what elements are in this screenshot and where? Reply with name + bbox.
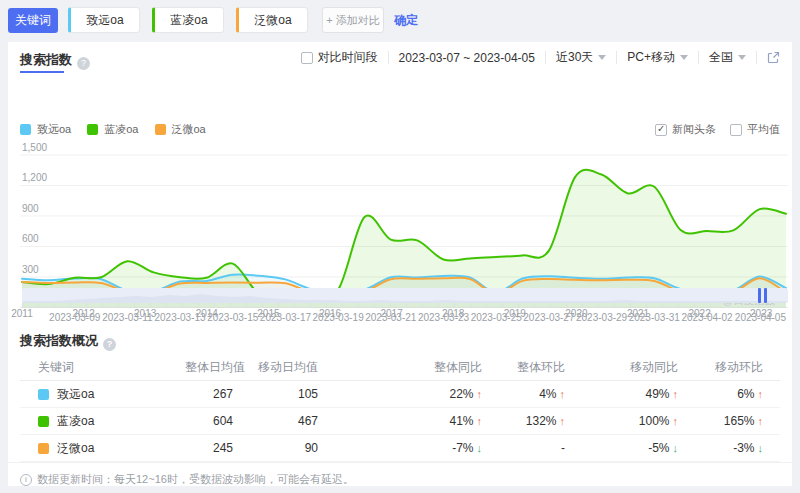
table-header-cell: 整体同比 [318, 359, 482, 376]
average-checkbox[interactable]: 平均值 [716, 122, 780, 137]
legend-item[interactable]: 致远oa [20, 122, 71, 137]
keyword-color-icon [38, 389, 49, 400]
table-row: 致远oa26710522%↑4%↑49%↑6%↑ [20, 381, 780, 408]
table-row: 蓝凌oa60446741%↑132%↑100%↑165%↑ [20, 408, 780, 435]
checkbox-checked-icon[interactable] [655, 124, 667, 136]
overview-section-title: 搜索指数概况? [20, 332, 116, 351]
info-icon: i [20, 474, 32, 486]
keyword-chip[interactable]: 蓝凌oa [152, 7, 224, 33]
table-header-row: 关键词整体日均值移动日均值整体同比整体环比移动同比移动环比 [20, 354, 780, 381]
help-icon[interactable]: ? [77, 57, 90, 70]
average-label: 平均值 [747, 122, 780, 137]
slider-handle-left[interactable] [758, 288, 761, 303]
value-cell: 604 [185, 414, 233, 428]
table-header-cell: 移动日均值 [233, 359, 318, 376]
year-label: 2013 [134, 308, 156, 319]
keyword-chip[interactable]: 致远oa [68, 7, 140, 33]
value-cell: 267 [185, 387, 233, 401]
value-cell: -7%↓ [318, 441, 482, 455]
value-cell: 132%↑ [482, 414, 565, 428]
legend-label: 蓝凌oa [104, 122, 138, 137]
tab-search-index[interactable]: 搜索指数 [20, 52, 72, 67]
confirm-link[interactable]: 确定 [394, 12, 418, 29]
compare-time-label: 对比时间段 [318, 49, 378, 66]
legend-item[interactable]: 泛微oa [155, 122, 206, 137]
slider-handle-right[interactable] [764, 288, 767, 303]
year-label: 2022 [688, 308, 710, 319]
table-header-cell: 移动环比 [678, 359, 763, 376]
add-compare-button[interactable]: + 添加对比 [322, 7, 384, 33]
svg-text:1,500: 1,500 [22, 142, 47, 153]
value-cell: 22%↑ [318, 387, 482, 401]
panel-header: 搜索指数? 对比时间段 2023-03-07 ~ 2023-04-05 近30天… [8, 42, 792, 76]
value-cell: 41%↑ [318, 414, 482, 428]
table-row: 泛微oa24590-7%↓--5%↓-3%↓ [20, 435, 780, 462]
keyword-chip[interactable]: 泛微oa [236, 7, 308, 33]
table-header-cell: 整体环比 [482, 359, 565, 376]
value-cell: 467 [233, 414, 318, 428]
legend-item[interactable]: 蓝凌oa [87, 122, 138, 137]
timeline-year-labels: 2011201220132014201520162017201820192020… [22, 308, 788, 321]
active-tab-indicator [20, 71, 64, 73]
svg-text:900: 900 [22, 203, 39, 214]
checkbox-icon[interactable] [301, 52, 313, 64]
year-label: 2020 [565, 308, 587, 319]
keyword-button[interactable]: 关键词 [8, 8, 58, 33]
news-headlines-checkbox[interactable]: 新闻头条 [641, 122, 716, 137]
keyword-color-icon [38, 443, 49, 454]
export-icon[interactable] [767, 51, 780, 64]
news-headlines-label: 新闻头条 [672, 122, 716, 137]
legend-color-icon [87, 124, 98, 135]
keyword-cell: 蓝凌oa [20, 413, 185, 430]
svg-text:300: 300 [22, 264, 39, 275]
year-label: 2023 [750, 308, 772, 319]
year-label: 2012 [72, 308, 94, 319]
year-label: 2014 [196, 308, 218, 319]
value-cell: 165%↑ [678, 414, 763, 428]
checkbox-icon[interactable] [730, 124, 742, 136]
compare-time-checkbox[interactable]: 对比时间段 [301, 49, 378, 66]
chart-controls: 对比时间段 2023-03-07 ~ 2023-04-05 近30天 PC+移动… [301, 49, 781, 66]
keyword-name: 蓝凌oa [57, 413, 94, 430]
year-label: 2019 [504, 308, 526, 319]
range-select[interactable]: 近30天 [556, 49, 606, 66]
range-select-value: 近30天 [556, 49, 593, 66]
year-label: 2011 [11, 308, 33, 319]
keyword-name: 泛微oa [57, 440, 94, 457]
svg-text:600: 600 [22, 233, 39, 244]
keyword-cell: 泛微oa [20, 440, 185, 457]
device-select-value: PC+移动 [627, 49, 675, 66]
legend-label: 致远oa [37, 122, 71, 137]
region-select[interactable]: 全国 [709, 49, 746, 66]
keyword-cell: 致远oa [20, 386, 185, 403]
value-cell: 245 [185, 441, 233, 455]
help-icon[interactable]: ? [103, 338, 116, 351]
arrow-up-icon: ↑ [758, 415, 764, 427]
timeline-ticks [22, 303, 788, 307]
chevron-down-icon [680, 55, 688, 60]
device-select[interactable]: PC+移动 [627, 49, 688, 66]
legend-row: 致远oa蓝凌oa泛微oa 新闻头条 平均值 [20, 122, 780, 137]
value-cell: 6%↑ [678, 387, 763, 401]
date-range-picker[interactable]: 2023-03-07 ~ 2023-04-05 [399, 51, 535, 65]
keyword-color-icon [38, 416, 49, 427]
value-cell: 90 [233, 441, 318, 455]
year-label: 2018 [442, 308, 464, 319]
legend-label: 泛微oa [172, 122, 206, 137]
overview-table: 关键词整体日均值移动日均值整体同比整体环比移动同比移动环比致远oa2671052… [20, 354, 780, 462]
table-header-cell: 关键词 [20, 359, 185, 376]
year-label: 2015 [257, 308, 279, 319]
arrow-down-icon: ↓ [758, 442, 764, 454]
timeline-slider-track[interactable] [22, 288, 788, 303]
table-header-cell: 整体日均值 [185, 359, 233, 376]
value-cell: 49%↑ [565, 387, 678, 401]
svg-text:1,200: 1,200 [22, 172, 47, 183]
footnote-text: 数据更新时间：每天12~16时，受数据波动影响，可能会有延迟。 [37, 472, 354, 487]
data-update-note: i 数据更新时间：每天12~16时，受数据波动影响，可能会有延迟。 [8, 462, 792, 493]
year-label: 2021 [627, 308, 649, 319]
arrow-up-icon: ↑ [758, 388, 764, 400]
value-cell: 4%↑ [482, 387, 565, 401]
year-label: 2017 [380, 308, 402, 319]
region-select-value: 全国 [709, 49, 733, 66]
overlay-toggles: 新闻头条 平均值 [641, 122, 780, 137]
